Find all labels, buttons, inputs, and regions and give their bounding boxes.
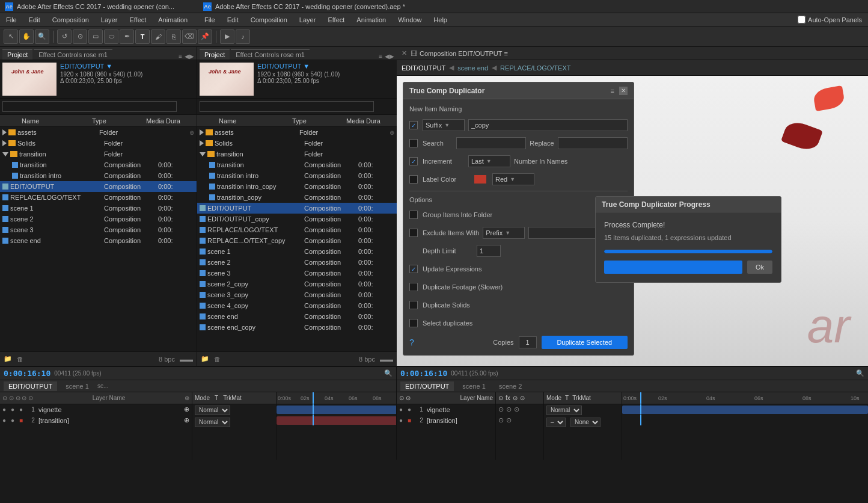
tool-rotate[interactable]: ↺ [57,29,72,44]
list-item[interactable]: scene 1 Composition 0:00: [197,246,397,257]
list-item[interactable]: scene end Composition 0:00: [197,311,397,322]
mode-select-1-right[interactable]: Normal [546,406,582,415]
tcd-exclude-checkbox[interactable] [409,229,418,237]
status-trash-right[interactable]: 🗑 [214,356,221,363]
panel-close-left[interactable]: ◀▶ [185,53,194,60]
list-item[interactable]: assets Folder ⊕ [0,127,197,138]
list-item[interactable]: REPLACE...O/TEXT_copy Composition 0:00: [197,235,397,246]
mode-select-2[interactable]: Normal [195,418,230,427]
list-item[interactable]: transition Folder [197,149,397,159]
tool-brush[interactable]: 🖌 [151,29,165,44]
menu-help[interactable]: Help [427,13,453,26]
tool-puppet[interactable]: 📌 [198,29,212,44]
nav-tab-scene-end[interactable]: scene end [457,64,488,72]
tcd-replace-input[interactable] [558,137,628,149]
timeline-tab-scene1[interactable]: scene 1 [61,381,94,391]
list-item[interactable]: scene 4_copy Composition 0:00: [197,300,397,311]
list-item[interactable]: transition intro Composition 0:00: [197,170,397,181]
list-item[interactable]: Solids Folder [197,138,397,149]
panel-menu-left[interactable]: ≡ [179,53,182,60]
tool-audio[interactable]: ♪ [236,29,250,44]
tool-ellipse[interactable]: ⬭ [104,29,118,44]
list-item[interactable]: EDIT/OUTPUT_copy Composition 0:00: [197,214,397,224]
progress-ok-btn[interactable]: Ok [747,261,772,274]
tcd-suffix-input[interactable] [468,119,628,131]
list-item[interactable]: scene 2 Composition 0:00: [0,214,197,224]
tcd-group-checkbox[interactable] [409,211,418,219]
tool-text[interactable]: T [135,29,150,44]
comp-close-btn[interactable]: ✕ [402,49,407,57]
comp-edit-output-left[interactable]: EDIT/OUTPUT ▼ [60,63,194,70]
timeline-tab-edit[interactable]: EDIT/OUTPUT [4,381,57,391]
nav-tab-replace[interactable]: REPLACE/LOGO/TEXT [500,64,570,72]
menu-composition-right[interactable]: Composition [245,13,293,26]
tcd-help-btn[interactable]: ? [409,338,414,347]
layer-row-1[interactable]: ● ● ● 1 vignette ⊕ [0,404,192,415]
list-item[interactable]: transition Composition 0:00: [0,159,197,170]
tcd-increment-dropdown[interactable]: Last ▼ [468,155,510,167]
layer-row-2[interactable]: ● ● ■ 2 [transition] ⊕ [0,415,192,426]
tcd-update-expr-checkbox[interactable]: ✓ [409,265,418,273]
list-item[interactable]: REPLACE/LOGO/TEXT Composition 0:00: [0,192,197,203]
list-item[interactable]: scene 3 Composition 0:00: [0,224,197,235]
list-item[interactable]: Solids Folder [0,138,197,149]
tcd-increment-checkbox[interactable]: ✓ [409,157,418,165]
tcd-copies-input[interactable] [519,336,537,348]
tcd-duplicate-btn[interactable]: Duplicate Selected [542,336,628,349]
menu-edit-left[interactable]: Edit [23,13,46,26]
list-item[interactable]: transition Composition 0:00: [197,159,397,170]
menu-effect-right[interactable]: Effect [322,13,350,26]
nav-tab-edit-output[interactable]: EDIT/OUTPUT [402,64,445,72]
tcd-search-input[interactable] [456,137,526,149]
tool-camera-orbit[interactable]: ⊙ [73,29,87,44]
tcd-label-checkbox[interactable] [409,175,418,184]
tcd-dup-footage-checkbox[interactable] [409,283,418,291]
tool-eraser[interactable]: ⌫ [182,29,197,44]
list-item[interactable]: scene 3 Composition 0:00: [197,268,397,279]
auto-open-panels-checkbox[interactable] [798,16,805,23]
status-trash-left[interactable]: 🗑 [17,356,23,363]
tcd-select-dup-checkbox[interactable] [409,319,418,327]
timeline-tab-scene2-right[interactable]: scene 2 [494,381,527,391]
timeline-search-right[interactable]: 🔍 [856,369,864,377]
menu-file-right[interactable]: File [198,13,221,26]
list-item-edit-output[interactable]: EDIT/OUTPUT Composition 0:00: [0,181,197,192]
menu-edit-right[interactable]: Edit [221,13,245,26]
list-item[interactable]: scene end_copy Composition 0:00: [197,322,397,333]
tool-preview-play[interactable]: ▶ [220,29,234,44]
tool-rect-mask[interactable]: ▭ [88,29,103,44]
list-item[interactable]: scene 3_copy Composition 0:00: [197,289,397,300]
list-item[interactable]: REPLACE/LOGO/TEXT Composition 0:00: [197,224,397,235]
panel-close-right[interactable]: ◀▶ [385,53,394,60]
list-item[interactable]: scene 2 Composition 0:00: [197,257,397,268]
list-item[interactable]: assets Folder ⊕ [197,127,397,138]
mode-select-2-right[interactable]: – [546,418,566,427]
tool-select[interactable]: ↖ [4,29,18,44]
menu-file-left[interactable]: File [0,13,23,26]
menu-animation-right[interactable]: Animation [350,13,392,26]
tool-pen[interactable]: ✒ [120,29,134,44]
list-item[interactable]: transition intro_copy Composition 0:00: [197,181,397,192]
tab-project-right[interactable]: Project [200,49,230,60]
tcd-prefix-dropdown[interactable]: Prefix ▼ [483,227,525,239]
menu-layer-left[interactable]: Layer [95,13,124,26]
menu-animation-left[interactable]: Animation [152,13,194,26]
tcd-color-dropdown[interactable]: Red ▼ [492,173,534,185]
panel-menu-right[interactable]: ≡ [379,53,382,60]
list-item[interactable]: transition intro Composition 0:00: [0,170,197,181]
progress-empty-btn[interactable] [604,261,742,274]
timeline-search-left[interactable]: 🔍 [384,369,393,377]
list-item[interactable]: transition Folder [0,149,197,159]
tool-zoom[interactable]: 🔍 [35,29,49,44]
layer-row-2-right[interactable]: ● ■ 2 [transition] [397,415,495,426]
list-item-edit-output-right[interactable]: EDIT/OUTPUT Composition 0:00: [197,203,397,214]
comp-edit-output-right[interactable]: EDIT/OUTPUT ▼ [257,63,394,70]
trkmat-select-right[interactable]: None [570,418,601,427]
tab-project-left[interactable]: Project [2,49,32,60]
tool-hand[interactable]: ✋ [19,29,34,44]
tab-effect-controls-left[interactable]: Effect Controls rose m1 [34,49,112,60]
timeline-tab-scene1-right[interactable]: scene 1 [457,381,491,391]
list-item[interactable]: transition_copy Composition 0:00: [197,192,397,203]
tcd-depth-input[interactable] [477,245,501,257]
timeline-tab-edit-right[interactable]: EDIT/OUTPUT [400,381,454,391]
